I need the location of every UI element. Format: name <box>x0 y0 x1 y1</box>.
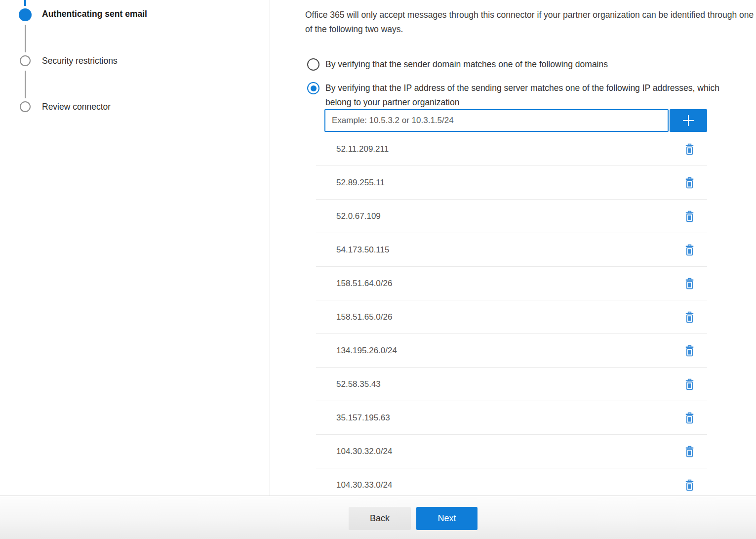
ip-address-value: 52.58.35.43 <box>336 379 381 389</box>
ip-address-input[interactable] <box>324 109 669 132</box>
step-label-security-restrictions: Security restrictions <box>42 56 118 66</box>
ip-address-value: 54.173.50.115 <box>336 245 389 255</box>
step-label-review-connector: Review connector <box>42 102 111 112</box>
ip-address-row: 54.173.50.115 <box>316 233 707 267</box>
add-ip-button[interactable] <box>670 109 707 132</box>
step-indicator-security-restrictions <box>20 55 31 66</box>
delete-ip-button[interactable] <box>684 209 695 223</box>
delete-ip-button[interactable] <box>684 445 695 458</box>
ip-address-row: 104.30.32.0/24 <box>316 435 707 468</box>
step-connector <box>25 25 26 52</box>
trash-icon <box>685 177 694 189</box>
plus-icon <box>681 114 695 127</box>
delete-ip-button[interactable] <box>684 344 695 358</box>
next-button[interactable]: Next <box>416 507 477 530</box>
trash-icon <box>685 143 694 155</box>
trash-icon <box>685 311 694 323</box>
delete-ip-button[interactable] <box>684 176 695 190</box>
step-indicator-review-connector <box>20 101 31 112</box>
connector-wizard-page: Authenticating sent email Security restr… <box>0 0 756 539</box>
step-connector <box>25 71 26 98</box>
step-label-authenticating-sent-email: Authenticating sent email <box>42 9 147 19</box>
delete-ip-button[interactable] <box>684 411 695 425</box>
radio-option-ip-address: By verifying that the IP address of the … <box>307 81 729 110</box>
ip-address-value: 134.195.26.0/24 <box>336 346 397 356</box>
trash-icon <box>685 479 694 491</box>
ip-address-row: 52.89.255.11 <box>316 166 707 200</box>
ip-address-value: 52.0.67.109 <box>336 211 381 221</box>
ip-address-value: 52.11.209.211 <box>336 144 389 154</box>
ip-address-value: 104.30.32.0/24 <box>336 447 392 456</box>
ip-address-value: 52.89.255.11 <box>336 178 385 188</box>
ip-address-value: 158.51.65.0/26 <box>336 312 392 322</box>
delete-ip-button[interactable] <box>684 377 695 391</box>
ip-address-row: 52.58.35.43 <box>316 368 707 401</box>
ip-address-row: 158.51.64.0/26 <box>316 267 707 300</box>
ip-address-value: 104.30.33.0/24 <box>336 480 392 490</box>
sidebar-divider <box>270 0 270 496</box>
ip-address-row: 35.157.195.63 <box>316 401 707 435</box>
trash-icon <box>685 210 694 222</box>
step-indicator-authenticating-sent-email <box>19 8 32 21</box>
radio-label-sender-domain[interactable]: By verifying that the sender domain matc… <box>325 57 608 72</box>
back-button[interactable]: Back <box>349 507 411 530</box>
delete-ip-button[interactable] <box>684 142 695 156</box>
step-connector-previous <box>24 0 26 6</box>
radio-option-sender-domain: By verifying that the sender domain matc… <box>307 57 608 72</box>
trash-icon <box>685 446 694 457</box>
ip-address-row: 134.195.26.0/24 <box>316 334 707 368</box>
trash-icon <box>685 244 694 256</box>
delete-ip-button[interactable] <box>684 277 695 290</box>
ip-address-row: 158.51.65.0/26 <box>316 300 707 334</box>
trash-icon <box>685 278 694 290</box>
ip-address-row: 104.30.33.0/24 <box>316 468 707 496</box>
ip-address-value: 158.51.64.0/26 <box>336 279 392 289</box>
trash-icon <box>685 345 694 357</box>
intro-text: Office 365 will only accept messages thr… <box>305 8 756 37</box>
trash-icon <box>685 412 694 424</box>
ip-address-list: 52.11.209.211 52.89.255.11 <box>316 132 707 496</box>
delete-ip-button[interactable] <box>684 243 695 257</box>
ip-address-row: 52.0.67.109 <box>316 200 707 233</box>
ip-address-value: 35.157.195.63 <box>336 413 390 423</box>
trash-icon <box>685 378 694 390</box>
delete-ip-button[interactable] <box>684 310 695 324</box>
ip-address-row: 52.11.209.211 <box>316 132 707 166</box>
wizard-footer: Back Next <box>0 496 756 539</box>
radio-label-ip-address[interactable]: By verifying that the IP address of the … <box>325 81 729 110</box>
radio-button-ip-address[interactable] <box>307 82 319 94</box>
delete-ip-button[interactable] <box>684 478 695 492</box>
radio-button-sender-domain[interactable] <box>307 58 319 71</box>
